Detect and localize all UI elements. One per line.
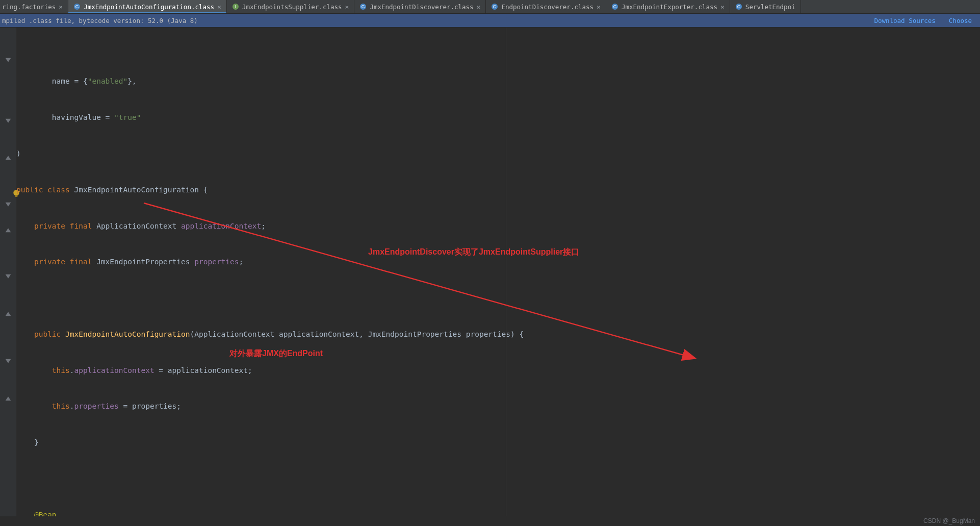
class-icon: C [73,3,81,10]
fold-icon[interactable] [4,57,12,65]
interface-icon: I [232,3,239,10]
fold-icon[interactable] [4,273,12,281]
class-icon: C [611,3,618,10]
download-sources-link[interactable]: Download Sources [874,17,935,24]
right-margin-ruler [506,28,506,516]
fold-icon[interactable] [4,117,12,126]
fold-icon[interactable] [4,358,12,366]
svg-text:C: C [75,4,79,9]
tab-factories[interactable]: ring.factories × [0,0,68,13]
tab-jmxendpoint-autoconfig[interactable]: C JmxEndpointAutoConfiguration.class × [68,0,227,13]
tab-jmxendpoint-discoverer[interactable]: C JmxEndpointDiscoverer.class × [354,0,486,13]
kw-public: public [16,186,47,194]
tab-label: JmxEndpointAutoConfiguration.class [84,3,214,11]
close-icon[interactable]: × [477,3,481,11]
close-icon[interactable]: × [217,3,221,11]
fold-icon[interactable] [4,201,12,209]
fold-icon[interactable] [4,153,12,161]
tab-label: JmxEndpointExporter.class [622,3,717,11]
svg-text:C: C [737,4,741,9]
fold-icon[interactable] [4,309,12,317]
tab-servlet-endpoint[interactable]: C ServletEndpoi [730,0,801,13]
editor-gutter[interactable] [0,28,16,516]
close-icon[interactable]: × [597,3,601,11]
tab-endpoint-discoverer[interactable]: C EndpointDiscoverer.class × [486,0,606,13]
tab-jmxendpoint-exporter[interactable]: C JmxEndpointExporter.class × [606,0,730,13]
decompiled-info-bar: mpiled .class file, bytecode version: 52… [0,14,980,28]
tab-label: JmxEndpointsSupplier.class [242,3,342,11]
svg-text:C: C [493,4,497,9]
svg-text:C: C [362,4,365,9]
close-icon[interactable]: × [720,3,725,11]
class-icon: C [735,3,742,10]
watermark: CSDN @_BugMan [923,516,975,526]
code-area[interactable]: name = {"enabled"}, havingValue = "true"… [16,28,980,516]
annotation-2: 对外暴露JMX的EndPoint [229,347,323,360]
tab-label: ServletEndpoi [745,3,795,11]
info-text: mpiled .class file, bytecode version: 52… [0,17,198,24]
fold-icon[interactable] [4,226,12,234]
class-icon: C [491,3,498,10]
class-icon: C [359,3,367,10]
tab-label: EndpointDiscoverer.class [501,3,594,11]
close-icon[interactable]: × [59,3,63,11]
svg-text:I: I [235,4,237,9]
tab-label: JmxEndpointDiscoverer.class [370,3,473,11]
close-icon[interactable]: × [345,3,349,11]
code-editor[interactable]: name = {"enabled"}, havingValue = "true"… [0,28,980,516]
choose-sources-link[interactable]: Choose [949,17,972,24]
editor-tabbar: ring.factories × C JmxEndpointAutoConfig… [0,0,980,14]
tab-jmxendpoints-supplier[interactable]: I JmxEndpointsSupplier.class × [227,0,355,13]
tab-label: ring.factories [2,3,56,11]
fold-icon[interactable] [4,394,12,402]
svg-text:C: C [613,4,617,9]
